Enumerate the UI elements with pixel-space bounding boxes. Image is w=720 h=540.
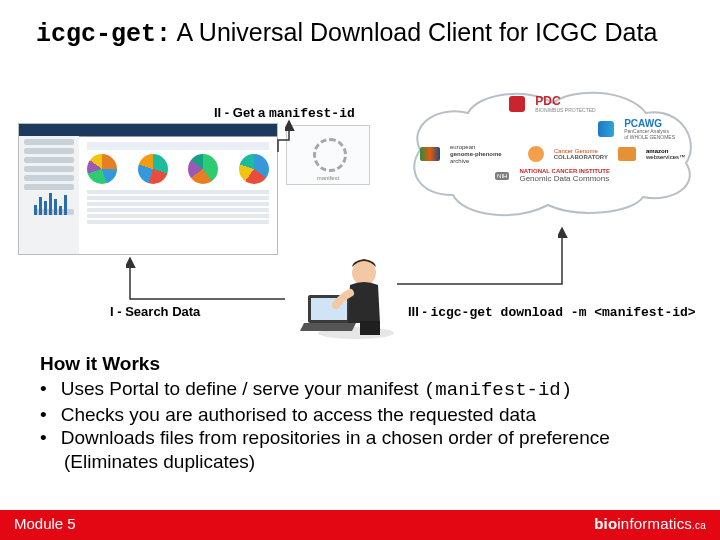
page-title: icgc-get: A Universal Download Client fo…	[36, 18, 690, 49]
how-item: Uses Portal to define / serve your manif…	[40, 377, 680, 403]
brand-label: bioinformatics.ca	[594, 515, 706, 532]
user-at-computer-icon	[286, 233, 396, 343]
how-item: Downloads files from repositories in a c…	[40, 426, 680, 474]
pdc-icon	[509, 96, 525, 112]
aws-icon	[618, 147, 636, 161]
svg-rect-4	[360, 321, 380, 335]
how-item: Checks you are authorised to access the …	[40, 403, 680, 427]
svg-point-3	[352, 261, 376, 285]
portal-screenshot	[18, 123, 278, 255]
module-label: Module 5	[14, 515, 76, 532]
arrow-manifest	[275, 116, 295, 156]
step-1-label: I - Search Data	[110, 304, 200, 319]
nih-icon: NIH	[495, 172, 509, 181]
step-3-label: III - icgc-get download -m <manifest-id>	[408, 304, 696, 320]
title-rest: A Universal Download Client for ICGC Dat…	[171, 18, 657, 46]
manifest-dialog: manifest	[286, 125, 370, 185]
slide: icgc-get: A Universal Download Client fo…	[0, 0, 720, 540]
footer-bar: Module 5 bioinformatics.ca	[0, 510, 720, 540]
title-mono: icgc-get:	[36, 20, 171, 49]
pcawg-icon	[598, 121, 614, 137]
cgc-icon	[528, 146, 544, 162]
arrow-download	[392, 224, 572, 300]
ega-icon	[420, 147, 440, 161]
how-it-works: How it Works Uses Portal to define / ser…	[40, 352, 680, 474]
repositories-cloud: PDCBIONIMBUS PROTECTED PCAWGPanCancer An…	[398, 85, 703, 225]
how-header: How it Works	[40, 352, 680, 376]
spinner-icon	[313, 138, 347, 172]
